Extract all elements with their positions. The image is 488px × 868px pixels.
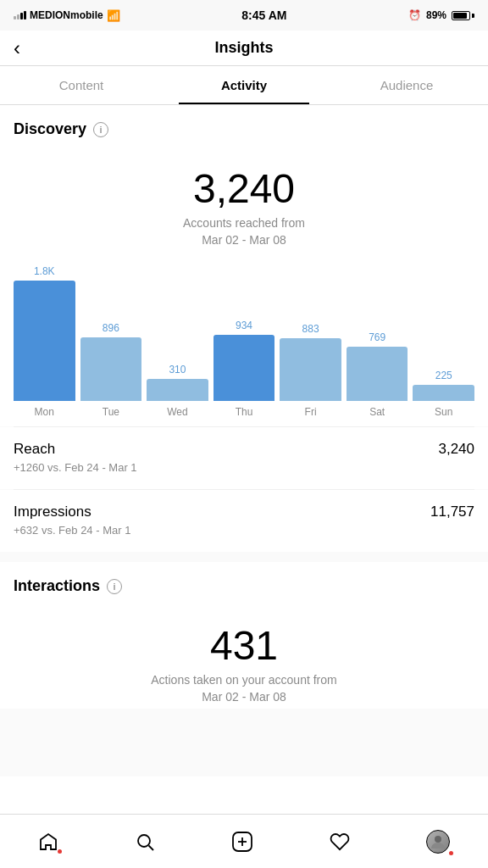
status-left: MEDIONmobile 📶 — [14, 9, 120, 22]
svg-line-1 — [149, 845, 154, 850]
bar-col-tue: 896 — [80, 265, 142, 401]
tab-activity[interactable]: Activity — [163, 66, 325, 104]
bar-rect-sun[interactable] — [413, 385, 474, 401]
discovery-big-stat: 3,240 Accounts reached fromMar 02 - Mar … — [0, 148, 488, 252]
bar-rect-thu[interactable] — [214, 335, 275, 401]
bar-rect-wed[interactable] — [147, 379, 208, 401]
home-dot — [58, 849, 62, 854]
impressions-change: +632 vs. Feb 24 - Mar 1 — [14, 524, 474, 548]
bottom-nav — [0, 814, 488, 868]
status-time: 8:45 AM — [241, 8, 286, 22]
bar-col-sun: 225 — [413, 265, 474, 401]
chart-label-sat: Sat — [347, 401, 408, 426]
bar-rect-tue[interactable] — [80, 337, 142, 401]
reach-change: +1260 vs. Feb 24 - Mar 1 — [14, 461, 474, 486]
reach-row: Reach 3,240 +1260 vs. Feb 24 - Mar 1 — [0, 427, 488, 489]
heart-icon — [330, 832, 350, 852]
section-gap — [0, 552, 488, 562]
bar-value-wed: 310 — [169, 364, 186, 376]
bar-chart: 1.8K896310934883769225 — [14, 265, 474, 401]
content-area: Discovery i 3,240 Accounts reached fromM… — [0, 105, 488, 776]
bar-col-fri: 883 — [280, 265, 341, 401]
interactions-big-number: 431 — [14, 622, 474, 669]
chart-label-mon: Mon — [14, 401, 75, 426]
battery-percent: 89% — [426, 9, 446, 21]
chart-label-tue: Tue — [80, 401, 142, 426]
bar-value-tue: 896 — [103, 322, 119, 334]
reach-label: Reach — [14, 441, 55, 458]
wifi-icon: 📶 — [107, 9, 120, 22]
svg-point-5 — [435, 836, 441, 843]
nav-search[interactable] — [125, 825, 165, 859]
impressions-value: 11,757 — [430, 504, 474, 520]
signal-icon — [14, 11, 26, 19]
page-title: Insights — [14, 39, 474, 57]
add-icon — [231, 831, 253, 853]
alarm-icon: ⏰ — [408, 9, 421, 21]
discovery-info-icon[interactable]: i — [93, 122, 108, 137]
status-bar: MEDIONmobile 📶 8:45 AM ⏰ 89% — [0, 0, 488, 31]
header: ‹ Insights — [0, 31, 488, 66]
profile-dot — [449, 851, 453, 855]
chart-label-thu: Thu — [214, 401, 275, 426]
bar-col-wed: 310 — [147, 265, 208, 401]
nav-heart[interactable] — [319, 825, 360, 859]
interactions-info-icon[interactable]: i — [107, 579, 122, 594]
chart-label-wed: Wed — [147, 401, 208, 426]
bar-value-thu: 934 — [236, 320, 252, 331]
tab-audience[interactable]: Audience — [325, 66, 488, 104]
svg-point-0 — [138, 835, 150, 847]
bar-value-sat: 769 — [369, 331, 385, 343]
impressions-row: Impressions 11,757 +632 vs. Feb 24 - Mar… — [0, 490, 488, 552]
discovery-title: Discovery — [14, 120, 86, 138]
bar-col-thu: 934 — [214, 265, 275, 401]
nav-add[interactable] — [221, 824, 263, 860]
interactions-subtitle: Actions taken on your account fromMar 02… — [14, 672, 474, 705]
tab-content[interactable]: Content — [0, 66, 163, 104]
search-icon — [135, 832, 155, 852]
chart-label-fri: Fri — [280, 401, 341, 426]
discovery-chart: 1.8K896310934883769225 MonTueWedThuFriSa… — [0, 252, 488, 426]
impressions-label: Impressions — [14, 504, 92, 520]
bar-col-sat: 769 — [347, 265, 408, 401]
battery-icon — [452, 11, 474, 20]
bar-value-mon: 1.8K — [34, 265, 55, 277]
tabs-bar: Content Activity Audience — [0, 66, 488, 105]
nav-profile[interactable] — [416, 823, 460, 860]
interactions-stat: 431 Actions taken on your account fromMa… — [0, 605, 488, 709]
discovery-big-number: 3,240 — [14, 165, 474, 212]
bottom-spacer — [0, 709, 488, 776]
profile-avatar — [426, 830, 450, 854]
nav-home[interactable] — [28, 825, 69, 859]
bar-rect-sat[interactable] — [347, 347, 408, 401]
carrier-label: MEDIONmobile — [30, 9, 103, 21]
back-button[interactable]: ‹ — [14, 36, 20, 60]
discovery-subtitle: Accounts reached fromMar 02 - Mar 08 — [14, 215, 474, 248]
discovery-section-header: Discovery i — [0, 105, 488, 148]
bar-rect-mon[interactable] — [14, 281, 75, 401]
home-icon — [38, 832, 58, 852]
bar-value-sun: 225 — [435, 370, 452, 381]
status-right: ⏰ 89% — [408, 9, 474, 21]
bar-col-mon: 1.8K — [14, 265, 75, 401]
interactions-title: Interactions — [14, 577, 100, 595]
chart-label-sun: Sun — [413, 401, 474, 426]
bar-value-fri: 883 — [302, 323, 319, 335]
bar-rect-fri[interactable] — [280, 338, 341, 401]
reach-value: 3,240 — [438, 441, 474, 458]
chart-labels: MonTueWedThuFriSatSun — [14, 401, 474, 426]
interactions-section-header: Interactions i — [0, 562, 488, 605]
